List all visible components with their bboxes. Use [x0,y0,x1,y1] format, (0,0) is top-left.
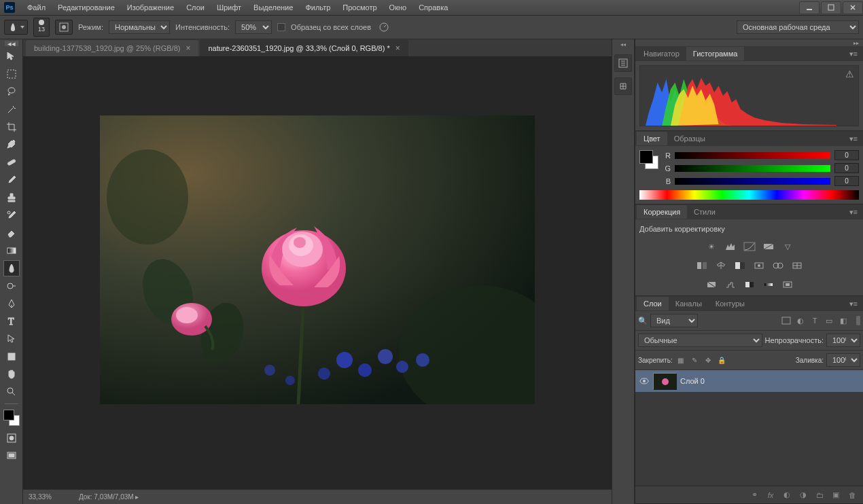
screenmode-tool[interactable] [3,448,20,464]
tab-paths[interactable]: Контуры [709,297,752,310]
pressure-icon[interactable] [376,20,391,35]
menu-edit[interactable]: Редактирование [52,1,120,14]
group-icon[interactable]: 🗀 [814,490,825,501]
hue-icon[interactable] [694,259,709,272]
filter-adjust-icon[interactable]: ◐ [794,315,807,326]
layer-item[interactable]: Cлой 0 [635,370,863,392]
spectrum-picker[interactable] [639,190,859,200]
tab-inactive[interactable]: building-1377538_1920.jpg @ 25% (RGB/8)× [26,40,198,56]
selective-icon[interactable] [780,278,795,291]
menu-help[interactable]: Справка [413,1,453,14]
tab-histogram[interactable]: Гистограмма [686,47,745,60]
invert-icon[interactable] [704,278,719,291]
menu-select[interactable]: Выделение [248,1,298,14]
mask-icon[interactable]: ◐ [781,490,792,501]
sample-all-checkbox[interactable] [277,23,285,31]
crop-tool[interactable] [3,119,20,135]
lasso-tool[interactable] [3,84,20,100]
tab-swatches[interactable]: Образцы [667,132,712,145]
history-brush-tool[interactable] [3,207,20,223]
lookup-icon[interactable] [790,259,805,272]
tab-channels[interactable]: Каналы [669,297,709,310]
move-tool[interactable] [3,48,20,65]
lock-transparent-icon[interactable]: ▦ [675,355,686,365]
tab-styles[interactable]: Стили [687,205,722,219]
properties-panel-icon[interactable] [614,77,632,95]
tab-adjustments[interactable]: Коррекция [637,205,687,219]
quickmask-tool[interactable] [3,430,20,446]
layer-thumbnail[interactable] [653,373,676,389]
visibility-icon[interactable] [639,376,649,386]
eyedropper-tool[interactable] [3,137,20,153]
marquee-tool[interactable] [3,66,20,82]
maximize-button[interactable] [821,1,841,14]
tab-layers[interactable]: Cлои [637,297,669,310]
g-value[interactable] [834,163,859,173]
canvas-area[interactable] [23,57,612,489]
brush-preset[interactable]: 13 [33,18,50,37]
panel-menu-icon[interactable]: ▾≡ [845,48,862,60]
posterize-icon[interactable] [723,278,738,291]
panels-collapse[interactable]: ▸▸ [635,39,863,46]
tab-active[interactable]: nature-2360351_1920.jpg @ 33,3% (Cлой 0,… [200,40,408,56]
warning-icon[interactable]: ⚠ [845,69,854,79]
stamp-tool[interactable] [3,190,20,206]
blend-mode-select[interactable]: Нормальный [109,20,170,34]
doc-info[interactable]: Док: 7,03M/7,03M ▸ [79,493,139,501]
color-swatch[interactable] [3,410,20,426]
history-panel-icon[interactable] [614,54,632,72]
flow-select[interactable]: 50% [235,20,272,34]
dock-expand[interactable]: ◂◂ [616,42,630,46]
panel-menu-icon[interactable]: ▾≡ [845,206,862,218]
new-layer-icon[interactable]: ▣ [830,490,841,501]
r-value[interactable] [834,150,859,160]
eraser-tool[interactable] [3,225,20,241]
balance-icon[interactable] [714,259,728,272]
fx-icon[interactable]: fx [765,490,776,501]
path-select-tool[interactable] [3,331,20,347]
type-tool[interactable]: T [3,313,20,329]
filter-pixel-icon[interactable] [780,315,792,326]
zoom-readout[interactable]: 33,33% [29,493,52,501]
vibrance-icon[interactable]: ▽ [780,240,795,253]
menu-filter[interactable]: Фильтр [300,1,336,14]
curves-icon[interactable] [742,240,757,253]
panel-menu-icon[interactable]: ▾≡ [845,298,862,310]
filter-type-icon[interactable]: T [809,315,821,326]
wand-tool[interactable] [3,101,20,118]
link-icon[interactable]: ⚭ [749,490,760,501]
gradient-tool[interactable] [3,242,20,259]
threshold-icon[interactable] [742,278,757,291]
hand-tool[interactable] [3,366,20,382]
close-icon[interactable]: × [186,43,190,53]
color-preview[interactable] [639,150,658,169]
close-button[interactable] [843,1,863,14]
heal-tool[interactable] [3,154,20,170]
workspace-select[interactable]: Основная рабочая среда [737,20,859,34]
g-slider[interactable] [675,165,830,172]
filter-shape-icon[interactable]: ▭ [823,315,835,326]
pen-tool[interactable] [3,295,20,312]
tool-preset-icon[interactable] [4,20,28,35]
tab-color[interactable]: Цвет [637,132,667,145]
adjustment-layer-icon[interactable]: ◑ [798,490,809,501]
lock-all-icon[interactable]: 🔒 [716,355,727,365]
tab-navigator[interactable]: Навигатор [637,47,686,60]
filter-smart-icon[interactable]: ◧ [837,315,849,326]
b-slider[interactable] [675,178,830,185]
filter-toggle[interactable] [856,316,860,325]
close-icon[interactable]: × [395,43,400,53]
menu-file[interactable]: Файл [22,1,51,14]
brush-panel-toggle[interactable] [55,20,73,35]
layer-name[interactable]: Cлой 0 [680,377,705,385]
dodge-tool[interactable] [3,278,20,294]
b-value[interactable] [834,176,859,186]
brush-tool[interactable] [3,172,20,188]
delete-icon[interactable]: 🗑 [847,490,858,501]
gradient-map-icon[interactable] [761,278,776,291]
bw-icon[interactable] [733,259,747,272]
panel-menu-icon[interactable]: ▾≡ [845,133,862,145]
blur-tool[interactable] [3,260,20,276]
blend-mode[interactable]: Обычные [638,334,762,347]
exposure-icon[interactable] [761,240,776,253]
